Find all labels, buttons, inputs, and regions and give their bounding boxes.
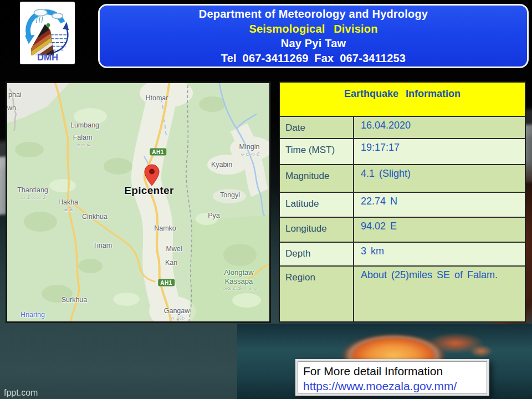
header-contact: Tel 067-3411269 Fax 067-3411253 [100,51,527,66]
map-label-pya: Pya [208,212,220,220]
dmh-logo-icon: DMH [23,4,72,62]
ah1-route-badge: AH1 [158,279,175,287]
table-row-time: Time (MST) 19:17:17 [280,138,525,164]
table-row-region: Region About (25)miles SE of Falam. [280,265,525,321]
map-label-thantlang: Thantlangထန်တလန် [17,186,48,201]
table-row-depth: Depth 3 km [280,242,525,265]
dmh-logo: DMH [20,2,75,64]
ah1-route-badge: AH1 [150,149,166,156]
table-row-longitude: Longitude 94.02 E [280,217,525,242]
map-label-kan: Kan [165,259,177,267]
header-banner: Department of Meteorology and Hydrology … [98,4,529,68]
dmh-logo-text: DMH [37,52,58,62]
map-label-hakha: Hakhaဟားခါး [58,198,78,213]
map-label-falam: Falamဖလမ်း [73,134,93,148]
map-label-mwel: Mwel [166,245,182,253]
header-city: Nay Pyi Taw [100,36,527,51]
table-row-date: Date 16.04.2020 [280,116,525,138]
earthquake-info-table: Earthquake Information Date 16.04.2020 T… [279,81,526,323]
map-label-gangaw: Gangawဂန့်ဂေါ [164,307,190,321]
more-info-box: For More detail Information https://www.… [295,359,489,396]
map-label-tinam: Tinam [93,242,112,250]
map-label-hnaring: Hnaring [21,311,45,319]
row-value: 94.02 E [354,218,525,242]
map-label-kyabin: Kyabin [211,161,232,169]
row-label: Magnitude [280,165,354,192]
header-department: Department of Meteorology and Hydrology [100,7,527,22]
map-label-phai: phai [8,91,22,99]
row-value: 16.04.2020 [354,117,525,138]
table-row-magnitude: Magnitude 4.1 (Slight) [280,164,525,192]
map-label-lumbang: Lumbang [70,121,99,130]
fppt-watermark[interactable]: fppt.com [4,388,38,398]
map-label-mingin: Minginမင်းကင်း [239,143,260,157]
header-division: Seismological Division [100,22,527,37]
row-label: Depth [280,243,354,265]
row-label: Longitude [280,218,354,242]
map-label-namko: Namko [154,224,176,233]
map-label-htomar: Htomar [146,94,168,103]
map-label-cinkhua: Cinkhua [82,213,108,221]
map-label-tongyi: Tongyi [220,191,240,200]
row-value: 3 km [354,243,525,265]
table-title: Earthquake Information [280,83,525,116]
table-row-latitude: Latitude 22.74 N [280,192,525,217]
row-value: 19:17:17 [354,139,525,164]
row-value: 22.74 N [354,193,525,217]
row-label: Latitude [280,193,354,217]
epicenter-pin-icon [144,164,160,186]
more-info-url[interactable]: https://www.moezala.gov.mm/ [303,378,487,393]
map-label-surkhua: Surkhua [62,296,88,304]
row-value: 4.1 (Slight) [354,165,525,192]
map-label-alongtaw-kassapa: Alongtaw Kassapaအလောင်းတော်ကဿပ [211,268,267,292]
slide: DMH Department of Meteorology and Hydrol… [0,0,532,399]
epicenter-label: Epicenter [124,185,173,197]
row-value: About (25)miles SE of Falam. [354,267,525,321]
more-info-text: For More detail Information [303,364,487,378]
map: phai wn. Htomar Lumbang Falamဖလမ်း Mingi… [6,81,271,323]
row-label: Date [280,117,354,138]
map-label-wn: wn. [7,104,18,112]
row-label: Region [280,267,354,321]
row-label: Time (MST) [280,139,354,164]
